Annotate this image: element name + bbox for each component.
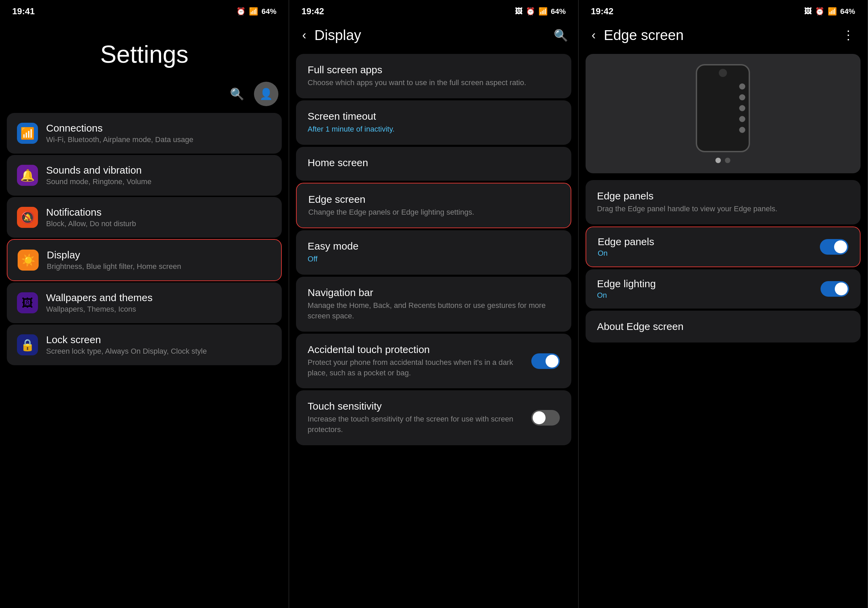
edge-panels-section-desc: Drag the Edge panel handle to view your …	[597, 204, 849, 214]
time-3: 19:42	[591, 6, 614, 17]
search-row: 🔍 👤	[0, 82, 288, 113]
battery-2: 64%	[551, 7, 566, 16]
settings-item-connections[interactable]: 📶 Connections Wi-Fi, Bluetooth, Airplane…	[7, 113, 282, 154]
back-button-edge[interactable]: ‹	[589, 25, 598, 45]
settings-title-sounds: Sounds and vibration	[46, 164, 271, 176]
more-options-button[interactable]: ⋮	[840, 25, 857, 45]
settings-title-wallpapers: Wallpapers and themes	[46, 292, 271, 304]
display-list: Full screen apps Choose which apps you w…	[289, 51, 578, 608]
display-item-title-edgescreen: Edge screen	[308, 194, 559, 205]
settings-icon-sounds: 🔔	[17, 165, 38, 186]
settings-title-notifications: Notifications	[46, 206, 271, 218]
status-icons-2: 🖼 ⏰ 📶 64%	[515, 7, 566, 16]
edge-dot-2	[739, 94, 745, 100]
toggle-accidental[interactable]	[531, 353, 560, 369]
battery-3: 64%	[840, 7, 855, 16]
edge-header: ‹ Edge screen ⋮	[579, 20, 867, 51]
edge-dot-4	[739, 116, 745, 122]
settings-list: 📶 Connections Wi-Fi, Bluetooth, Airplane…	[0, 113, 288, 608]
gallery-icon-3: 🖼	[804, 7, 812, 16]
display-panel: 19:42 🖼 ⏰ 📶 64% ‹ Display 🔍 Full screen …	[289, 0, 578, 608]
time-1: 19:41	[12, 6, 35, 17]
status-bar-3: 19:42 🖼 ⏰ 📶 64%	[579, 0, 867, 20]
display-item-title-navbar: Navigation bar	[307, 287, 560, 298]
settings-item-notifications[interactable]: 🔕 Notifications Block, Allow, Do not dis…	[7, 197, 282, 238]
settings-title: Settings	[0, 20, 288, 82]
wifi-icon: 📶	[249, 7, 258, 16]
settings-item-wallpapers[interactable]: 🖼 Wallpapers and themes Wallpapers, Them…	[7, 282, 282, 323]
edge-lighting-toggle[interactable]	[820, 281, 849, 297]
settings-subtitle-wallpapers: Wallpapers, Themes, Icons	[46, 305, 271, 314]
display-item-title-fullscreen: Full screen apps	[307, 64, 560, 76]
settings-icon-wallpapers: 🖼	[17, 292, 38, 313]
display-item-screentimeout[interactable]: Screen timeout After 1 minute of inactiv…	[296, 100, 571, 145]
phone-mockup	[696, 64, 750, 152]
battery-1: 64%	[261, 7, 276, 16]
search-button[interactable]: 🔍	[227, 84, 247, 104]
avatar[interactable]: 👤	[254, 82, 278, 106]
display-item-touchsensitivity[interactable]: Touch sensitivity Increase the touch sen…	[296, 390, 571, 445]
display-item-sub-fullscreen: Choose which apps you want to use in the…	[307, 78, 560, 88]
display-item-accidental[interactable]: Accidental touch protection Protect your…	[296, 333, 571, 389]
display-item-easymode[interactable]: Easy mode Off	[296, 230, 571, 275]
display-item-title-screentimeout: Screen timeout	[307, 110, 560, 122]
wifi-icon-2: 📶	[538, 7, 547, 16]
display-item-title-touchsensitivity: Touch sensitivity	[307, 400, 531, 412]
edge-panels-toggle-knob	[834, 240, 847, 253]
display-item-sub-screentimeout: After 1 minute of inactivity.	[307, 124, 560, 135]
settings-subtitle-sounds: Sound mode, Ringtone, Volume	[46, 177, 271, 186]
edge-list: Edge panels Drag the Edge panel handle t…	[579, 177, 867, 608]
settings-icon-notifications: 🔕	[17, 207, 38, 228]
settings-panel: 19:41 ⏰ 📶 64% Settings 🔍 👤 📶 Connections…	[0, 0, 289, 608]
display-item-sub-accidental: Protect your phone from accidental touch…	[307, 357, 531, 378]
display-item-sub-edgescreen: Change the Edge panels or Edge lighting …	[308, 207, 559, 218]
edge-screen-panel: 19:42 🖼 ⏰ 📶 64% ‹ Edge screen ⋮	[579, 0, 868, 608]
edge-panels-toggle-row[interactable]: Edge panels On	[586, 226, 860, 267]
alarm-icon-3: ⏰	[815, 7, 824, 16]
display-header: ‹ Display 🔍	[289, 20, 578, 51]
settings-item-display[interactable]: ☀️ Display Brightness, Blue light filter…	[7, 239, 282, 281]
settings-item-sounds[interactable]: 🔔 Sounds and vibration Sound mode, Ringt…	[7, 155, 282, 195]
edge-panels-toggle[interactable]	[820, 239, 848, 255]
settings-icon-lockscreen: 🔒	[17, 334, 38, 355]
display-item-sub-touchsensitivity: Increase the touch sensitivity of the sc…	[307, 414, 531, 435]
edge-dot-1	[739, 84, 745, 90]
settings-subtitle-connections: Wi-Fi, Bluetooth, Airplane mode, Data us…	[46, 135, 271, 144]
settings-icon-connections: 📶	[17, 123, 38, 144]
edge-dot-3	[739, 105, 745, 111]
preview-pagination	[715, 158, 730, 163]
display-item-fullscreen[interactable]: Full screen apps Choose which apps you w…	[296, 54, 571, 98]
display-item-homescreen[interactable]: Home screen	[296, 147, 571, 181]
display-item-sub-navbar: Manage the Home, Back, and Recents butto…	[307, 301, 560, 321]
edge-lighting-toggle-title: Edge lighting	[597, 278, 820, 290]
phone-notch	[719, 69, 727, 77]
preview-dot-1	[715, 158, 721, 163]
display-item-sub-easymode: Off	[307, 254, 560, 265]
settings-icon-display: ☀️	[18, 250, 39, 271]
gallery-icon: 🖼	[515, 7, 522, 16]
display-item-title-homescreen: Home screen	[307, 157, 560, 169]
about-edge-screen-item[interactable]: About Edge screen	[586, 310, 860, 343]
edge-lighting-toggle-knob	[835, 282, 848, 295]
display-item-edgescreen[interactable]: Edge screen Change the Edge panels or Ed…	[296, 183, 571, 228]
status-bar-2: 19:42 🖼 ⏰ 📶 64%	[289, 0, 578, 20]
edge-panels-toggle-title: Edge panels	[598, 236, 820, 248]
display-item-title-accidental: Accidental touch protection	[307, 344, 531, 355]
alarm-icon: ⏰	[236, 7, 245, 16]
back-button-display[interactable]: ‹	[299, 25, 309, 45]
display-search-button[interactable]: 🔍	[554, 28, 568, 42]
alarm-icon-2: ⏰	[526, 7, 535, 16]
display-item-navbar[interactable]: Navigation bar Manage the Home, Back, an…	[296, 277, 571, 332]
toggle-touchsensitivity[interactable]	[531, 410, 560, 426]
about-edge-screen-label: About Edge screen	[597, 321, 684, 332]
edge-lighting-toggle-row[interactable]: Edge lighting On	[586, 269, 860, 309]
status-icons-3: 🖼 ⏰ 📶 64%	[804, 7, 855, 16]
edge-panels-toggle-sub: On	[598, 249, 820, 258]
display-title: Display	[314, 27, 548, 43]
edge-lighting-toggle-sub: On	[597, 291, 820, 300]
settings-item-lockscreen[interactable]: 🔒 Lock screen Screen lock type, Always O…	[7, 324, 282, 365]
settings-title-connections: Connections	[46, 123, 271, 134]
preview-dot-2	[725, 158, 730, 163]
status-bar-1: 19:41 ⏰ 📶 64%	[0, 0, 288, 20]
settings-subtitle-display: Brightness, Blue light filter, Home scre…	[47, 262, 271, 271]
